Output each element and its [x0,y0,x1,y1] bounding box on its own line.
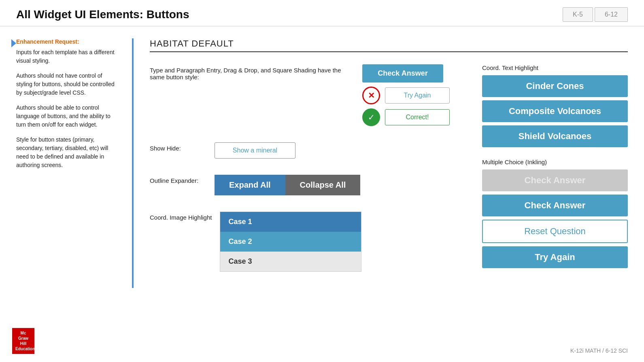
show-hide-section: Show Hide: Show a mineral [150,142,450,159]
sidebar-text-3: Authors should be able to control langua… [16,104,120,129]
show-hide-label: Show Hide: [150,142,206,152]
outline-expander-section: Outline Expander: Expand All Collapse Al… [150,175,450,195]
habitat-divider [150,51,628,52]
habitat-title: HABITAT DEFAULT [150,38,628,49]
enhancement-label: Enhancement Request: [16,38,120,45]
shield-volcanoes-button[interactable]: Shield Volcanoes [482,125,628,147]
check-answer-active-button[interactable]: Check Answer [482,195,628,216]
grade-612-button[interactable]: 6-12 [595,7,628,22]
sidebar-text-1: Inputs for each template has a different… [16,48,120,65]
check-answer-disabled-button: Check Answer [482,169,628,191]
right-column: Coord. Text Highlight Cinder Cones Compo… [474,64,628,288]
check-answer-buttons: Check Answer ✕ Try Again ✓ Correct! [362,64,450,126]
try-again-button[interactable]: Try Again [385,87,450,104]
coord-text-label: Coord. Text Highlight [482,64,628,71]
coord-text-section: Coord. Text Highlight Cinder Cones Compo… [482,64,628,147]
page-header: All Widget UI Elements: Buttons K-5 6-12 [0,0,644,26]
main-content: Enhancement Request: Inputs for each tem… [0,26,644,296]
check-answer-button[interactable]: Check Answer [362,64,443,83]
footer-credit: K-12i MATH / 6-12 SCI [570,347,628,354]
multiple-choice-section: Multiple Choice (Inkling) Check Answer C… [482,159,628,268]
correct-button[interactable]: Correct! [385,109,450,125]
sidebar: Enhancement Request: Inputs for each tem… [16,38,134,288]
coord-image-label: Coord. Image Highlight [150,212,212,221]
right-panel: HABITAT DEFAULT Type and Paragraph Entry… [134,38,628,288]
page-title: All Widget UI Elements: Buttons [16,8,189,21]
x-icon: ✕ [362,87,380,104]
expand-all-button[interactable]: Expand All [215,175,285,195]
grade-k5-button[interactable]: K-5 [563,7,593,22]
grade-button-group: K-5 6-12 [563,7,628,22]
coord-image-section: Coord. Image Highlight Case 1 Case 2 Cas… [150,212,450,272]
check-icon: ✓ [362,108,380,126]
expander-buttons: Expand All Collapse All [215,175,360,195]
case-3-item[interactable]: Case 3 [220,252,361,271]
try-again-row: ✕ Try Again [362,87,450,104]
sidebar-text-4: Style for button states (primary, second… [16,135,120,169]
multiple-choice-label: Multiple Choice (Inkling) [482,159,628,165]
correct-row: ✓ Correct! [362,108,450,126]
sidebar-text-2: Authors should not have control of styli… [16,72,120,97]
check-answer-section: Type and Paragraph Entry, Drag & Drop, a… [150,64,450,126]
composite-volcanoes-button[interactable]: Composite Volcanoes [482,100,628,122]
cinder-cones-button[interactable]: Cinder Cones [482,75,628,97]
try-again-active-button[interactable]: Try Again [482,246,628,268]
show-mineral-button[interactable]: Show a mineral [215,142,295,159]
reset-question-button[interactable]: Reset Question [482,220,628,243]
case-1-item[interactable]: Case 1 [220,212,361,232]
type-paragraph-label: Type and Paragraph Entry, Drag & Drop, a… [150,64,354,80]
left-column: Type and Paragraph Entry, Drag & Drop, a… [150,64,458,288]
outline-expander-label: Outline Expander: [150,175,206,184]
mcgraw-logo: Mc Graw Hill Education [12,328,34,354]
top-columns: Type and Paragraph Entry, Drag & Drop, a… [150,64,628,288]
collapse-all-button[interactable]: Collapse All [285,175,361,195]
case-list: Case 1 Case 2 Case 3 [220,212,361,272]
footer-logo: Mc Graw Hill Education [12,328,34,354]
case-2-item[interactable]: Case 2 [220,232,361,252]
